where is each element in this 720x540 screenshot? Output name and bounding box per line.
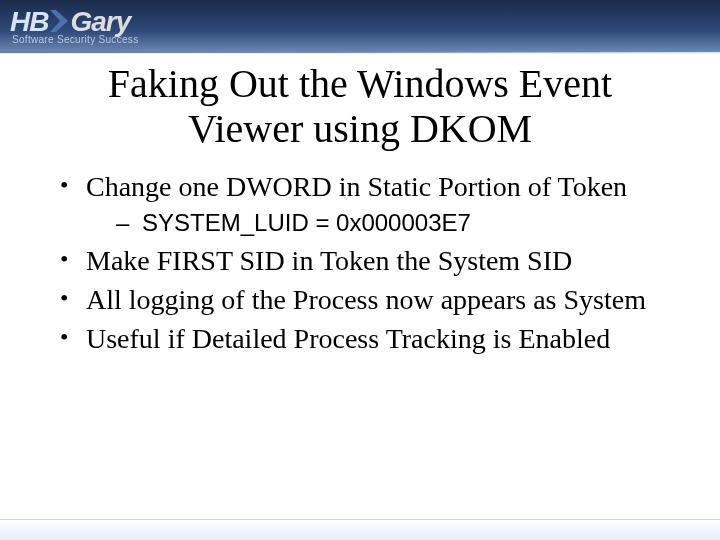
header-divider-light [0, 53, 720, 54]
bullet-list: Change one DWORD in Static Portion of To… [58, 170, 670, 355]
header-bar: HB Gary Software Security Success [0, 0, 720, 52]
sub-bullet-item: SYSTEM_LUID = 0x000003E7 [86, 207, 670, 238]
bullet-text: Useful if Detailed Process Tracking is E… [86, 323, 610, 354]
bullet-text: Make FIRST SID in Token the System SID [86, 245, 572, 276]
logo-arrow-icon [50, 10, 68, 36]
bullet-text: All logging of the Process now appears a… [86, 284, 646, 315]
bullet-text: Change one DWORD in Static Portion of To… [86, 171, 627, 202]
bullet-item: Useful if Detailed Process Tracking is E… [58, 322, 670, 355]
svg-marker-0 [50, 10, 68, 32]
logo-tagline: Software Security Success [12, 34, 138, 45]
sub-bullet-text: SYSTEM_LUID = 0x000003E7 [142, 209, 471, 236]
slide-body: Change one DWORD in Static Portion of To… [58, 170, 670, 361]
bullet-item: All logging of the Process now appears a… [58, 283, 670, 316]
slide-title: Faking Out the Windows Event Viewer usin… [50, 62, 670, 152]
sub-list: SYSTEM_LUID = 0x000003E7 [86, 207, 670, 238]
bullet-item: Change one DWORD in Static Portion of To… [58, 170, 670, 238]
footer-band [0, 520, 720, 540]
slide: HB Gary Software Security Success Faking… [0, 0, 720, 540]
bullet-item: Make FIRST SID in Token the System SID [58, 244, 670, 277]
